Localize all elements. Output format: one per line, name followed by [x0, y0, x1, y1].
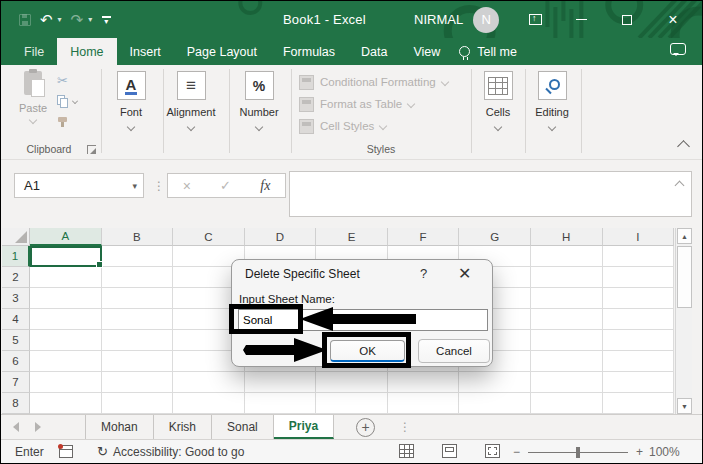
- cell-d8[interactable]: [245, 393, 317, 414]
- column-header-e[interactable]: E: [316, 228, 388, 246]
- collapse-ribbon-icon[interactable]: [677, 140, 690, 153]
- cell-f7[interactable]: [388, 372, 460, 393]
- insert-function-icon[interactable]: fx: [260, 178, 270, 194]
- cell-e7[interactable]: [316, 372, 388, 393]
- cell-styles-button[interactable]: Cell Styles: [299, 115, 448, 137]
- maximize-button[interactable]: [604, 1, 650, 38]
- dialog-help-button[interactable]: ?: [420, 266, 427, 281]
- cell-b4[interactable]: [102, 309, 174, 330]
- cell-a8[interactable]: [30, 393, 102, 414]
- row-header-5[interactable]: 5: [2, 330, 30, 351]
- zoom-level[interactable]: 100%: [649, 445, 680, 459]
- user-name[interactable]: NIRMAL: [414, 12, 463, 27]
- cell-b7[interactable]: [102, 372, 174, 393]
- cancel-button[interactable]: Cancel: [418, 339, 490, 363]
- row-header-1[interactable]: 1: [2, 246, 30, 267]
- row-header-6[interactable]: 6: [2, 351, 30, 372]
- undo-icon[interactable]: ↶: [40, 12, 53, 27]
- scroll-up-button[interactable]: ▲: [677, 228, 692, 244]
- close-button[interactable]: ×: [650, 1, 696, 38]
- row-header-2[interactable]: 2: [2, 267, 30, 288]
- row-header-8[interactable]: 8: [2, 393, 30, 414]
- cell-i7[interactable]: [603, 372, 675, 393]
- redo-dropdown-icon[interactable]: ▾: [88, 15, 92, 24]
- font-group-button[interactable]: A Font: [101, 71, 161, 130]
- cell-b5[interactable]: [102, 330, 174, 351]
- sheet-nav-left-icon[interactable]: [13, 422, 19, 432]
- row-header-4[interactable]: 4: [2, 309, 30, 330]
- tell-me[interactable]: Tell me: [453, 38, 517, 65]
- cell-a2[interactable]: [30, 267, 102, 288]
- vertical-scrollbar-thumb[interactable]: [677, 246, 692, 308]
- cell-i2[interactable]: [603, 267, 675, 288]
- cell-h2[interactable]: [531, 267, 603, 288]
- cell-i6[interactable]: [603, 351, 675, 372]
- customize-qat-icon[interactable]: ▾: [101, 16, 111, 24]
- cell-b8[interactable]: [102, 393, 174, 414]
- page-layout-view-icon[interactable]: [442, 444, 457, 458]
- zoom-slider[interactable]: [528, 446, 628, 459]
- cell-h1[interactable]: [531, 246, 603, 267]
- formula-input[interactable]: [289, 171, 692, 217]
- tab-data[interactable]: Data: [348, 38, 400, 65]
- cell-i4[interactable]: [603, 309, 675, 330]
- sheet-tab-sonal[interactable]: Sonal: [212, 415, 274, 439]
- redo-icon[interactable]: ↷: [71, 12, 84, 27]
- minimize-button[interactable]: [558, 1, 604, 38]
- clipboard-dialog-launcher[interactable]: [87, 145, 96, 154]
- cell-h3[interactable]: [531, 288, 603, 309]
- cell-g8[interactable]: [459, 393, 531, 414]
- cell-b3[interactable]: [102, 288, 174, 309]
- name-box-dropdown-icon[interactable]: ▾: [132, 181, 137, 191]
- selected-cell-a1[interactable]: [30, 246, 102, 267]
- copy-dropdown-icon[interactable]: [72, 98, 78, 104]
- cell-h8[interactable]: [531, 393, 603, 414]
- editing-group-button[interactable]: Editing: [522, 71, 582, 130]
- format-painter-button[interactable]: [57, 115, 78, 129]
- format-as-table-button[interactable]: Format as Table: [299, 93, 448, 115]
- cells-group-button[interactable]: Cells: [468, 71, 528, 130]
- number-group-button[interactable]: % Number: [229, 71, 289, 130]
- column-header-h[interactable]: H: [531, 228, 603, 246]
- cell-i8[interactable]: [603, 393, 675, 414]
- accessibility-status[interactable]: Accessibility: Good to go: [113, 445, 244, 459]
- normal-view-icon[interactable]: [399, 444, 414, 458]
- cell-i1[interactable]: [603, 246, 675, 267]
- cell-g7[interactable]: [459, 372, 531, 393]
- cell-a5[interactable]: [30, 330, 102, 351]
- tab-page-layout[interactable]: Page Layout: [174, 38, 270, 65]
- macro-recording-icon[interactable]: [59, 445, 73, 458]
- name-box[interactable]: A1 ▾: [14, 173, 144, 198]
- tab-formulas[interactable]: Formulas: [270, 38, 348, 65]
- zoom-slider-thumb[interactable]: [576, 447, 580, 458]
- cell-e8[interactable]: [316, 393, 388, 414]
- scroll-down-button[interactable]: ▼: [677, 398, 692, 414]
- copy-button[interactable]: [57, 94, 78, 108]
- select-all-corner[interactable]: [2, 228, 30, 246]
- cell-c7[interactable]: [173, 372, 245, 393]
- cell-i5[interactable]: [603, 330, 675, 351]
- vertical-scrollbar[interactable]: ▲ ▼: [675, 228, 692, 414]
- dialog-close-button[interactable]: ✕: [458, 264, 471, 283]
- tab-insert[interactable]: Insert: [117, 38, 174, 65]
- cut-button[interactable]: ✂: [57, 73, 78, 87]
- alignment-group-button[interactable]: ≡ Alignment: [161, 71, 221, 130]
- expand-formula-bar-icon[interactable]: [675, 181, 685, 191]
- column-header-d[interactable]: D: [245, 228, 317, 246]
- tab-file[interactable]: File: [11, 38, 57, 65]
- cell-h7[interactable]: [531, 372, 603, 393]
- column-header-c[interactable]: C: [173, 228, 245, 246]
- cancel-entry-icon[interactable]: ×: [183, 178, 191, 194]
- column-header-i[interactable]: I: [603, 228, 675, 246]
- comments-icon[interactable]: [670, 43, 686, 55]
- cell-b2[interactable]: [102, 267, 174, 288]
- ribbon-display-options-button[interactable]: [512, 1, 558, 38]
- paste-button[interactable]: Paste: [15, 71, 51, 123]
- cell-i3[interactable]: [603, 288, 675, 309]
- column-header-a[interactable]: A: [30, 228, 102, 246]
- column-header-f[interactable]: F: [388, 228, 460, 246]
- paste-dropdown-icon[interactable]: [29, 116, 37, 124]
- sheet-tab-priya[interactable]: Priya: [274, 415, 334, 439]
- cell-h5[interactable]: [531, 330, 603, 351]
- cell-b1[interactable]: [102, 246, 174, 267]
